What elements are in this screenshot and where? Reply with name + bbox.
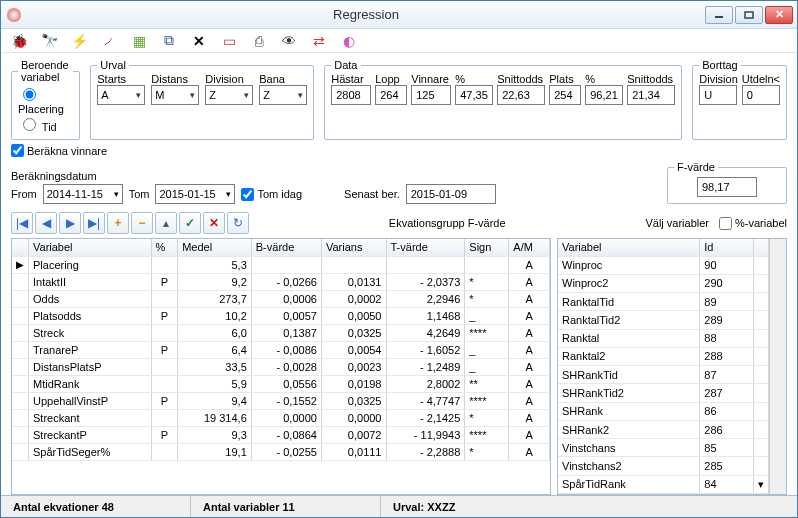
table-row[interactable]: ▶ Placering5,3 A xyxy=(12,256,550,273)
tom-idag-checkbox[interactable]: Tom idag xyxy=(241,188,302,201)
table-row[interactable]: Ranktal88 xyxy=(558,329,769,347)
borttag-division-input[interactable]: U xyxy=(699,85,737,105)
table-row[interactable]: UppehallVinstPP9,4 - 0,15520,0325- 4,774… xyxy=(12,392,550,409)
toolbar-binoculars-icon[interactable]: 🔭 xyxy=(41,33,57,49)
data-col-label: Snittodds xyxy=(627,73,675,85)
refresh-button[interactable]: ↻ xyxy=(227,212,249,234)
close-button[interactable]: ✕ xyxy=(765,6,793,24)
senast-label: Senast ber. xyxy=(344,188,400,200)
table-row[interactable]: Vinstchans2285 xyxy=(558,457,769,475)
toolbar-swap-icon[interactable]: ⇄ xyxy=(311,33,327,49)
data-col-value: 21,34 xyxy=(627,85,675,105)
remove-button[interactable]: − xyxy=(131,212,153,234)
table-row[interactable]: SHRankTid2287 xyxy=(558,384,769,402)
eq-group-label: Ekvationsgrupp F-värde xyxy=(259,217,635,229)
toolbar-form-icon[interactable]: ▭ xyxy=(221,33,237,49)
radio-placering[interactable]: Placering xyxy=(18,85,73,115)
table-row[interactable]: SHRank2286 xyxy=(558,420,769,438)
toolbar-wand-icon[interactable]: ⟋ xyxy=(101,33,117,49)
status-bar: Antal ekvationer 48 Antal variabler 11 U… xyxy=(1,495,797,517)
status-selection: Urval: XXZZ xyxy=(381,496,797,517)
toolbar-bolt-icon[interactable]: ⚡ xyxy=(71,33,87,49)
toolbar-copy-icon[interactable]: ⧉ xyxy=(161,33,177,49)
status-eq-count: Antal ekvationer 48 xyxy=(1,496,191,517)
right-grid[interactable]: VariabelId Winproc90Winproc2290RanktalTi… xyxy=(557,238,787,495)
table-row[interactable]: Streck6,0 0,13870,03254,2649 ****A xyxy=(12,324,550,341)
data-col-value: 47,35 xyxy=(455,85,493,105)
pct-variable-checkbox[interactable]: %-variabel xyxy=(719,217,787,230)
bana-label: Bana xyxy=(259,73,307,85)
scrollbar[interactable] xyxy=(769,239,786,494)
maximize-button[interactable] xyxy=(735,6,763,24)
selection-group: Urval Starts A▾ Distans M▾ Division Z▾ B… xyxy=(90,59,314,140)
column-header[interactable]: Sign xyxy=(465,239,509,256)
table-row[interactable]: Winproc2290 xyxy=(558,274,769,292)
table-row[interactable]: Ranktal2288 xyxy=(558,347,769,365)
table-row[interactable]: SHRankTid87 xyxy=(558,366,769,384)
edit-button[interactable]: ▴ xyxy=(155,212,177,234)
first-button[interactable]: |◀ xyxy=(11,212,33,234)
starts-combo[interactable]: A▾ xyxy=(97,85,145,105)
data-group: Data Hästar 2808Lopp 264Vinnare 125% 47,… xyxy=(324,59,682,140)
toolbar-print-icon[interactable]: ⎙ xyxy=(251,33,267,49)
column-header[interactable]: Variabel xyxy=(558,239,700,256)
bana-combo[interactable]: Z▾ xyxy=(259,85,307,105)
radio-tid[interactable]: Tid xyxy=(18,115,73,133)
nav-button-row: |◀ ◀ ▶ ▶| + − ▴ ✓ ✕ ↻ xyxy=(11,212,249,234)
tom-date-input[interactable]: 2015-01-15▾ xyxy=(155,184,235,204)
column-header[interactable]: B-värde xyxy=(251,239,321,256)
toolbar-delete-icon[interactable]: ✕ xyxy=(191,33,207,49)
data-col-value: 254 xyxy=(549,85,581,105)
column-header[interactable]: T-värde xyxy=(386,239,465,256)
toolbar-eye-icon[interactable]: 👁 xyxy=(281,33,297,49)
column-header[interactable]: % xyxy=(151,239,178,256)
table-row[interactable]: SHRank86 xyxy=(558,402,769,420)
toolbar-tables-icon[interactable]: ▦ xyxy=(131,33,147,49)
toolbar-erase-icon[interactable]: ◐ xyxy=(341,33,357,49)
column-header[interactable]: Id xyxy=(700,239,754,256)
chevron-down-icon: ▾ xyxy=(136,90,141,100)
calculate-winner-checkbox[interactable]: Beräkna vinnare xyxy=(11,144,787,157)
f-value-input[interactable]: 98,17 xyxy=(697,177,757,197)
division-combo[interactable]: Z▾ xyxy=(205,85,253,105)
table-row[interactable]: SpårTidRank84▾ xyxy=(558,475,769,493)
table-row[interactable]: Vinstchans85 xyxy=(558,439,769,457)
table-row[interactable]: StreckantPP9,3 - 0,08640,0072- 11,9943 *… xyxy=(12,426,550,443)
column-header[interactable]: A/M xyxy=(509,239,550,256)
column-header[interactable]: Medel xyxy=(178,239,252,256)
distans-combo[interactable]: M▾ xyxy=(151,85,199,105)
from-label: From xyxy=(11,188,37,200)
remove-legend: Borttag xyxy=(699,59,740,71)
table-row[interactable]: Odds273,7 0,00060,00022,2946 *A xyxy=(12,290,550,307)
prev-button[interactable]: ◀ xyxy=(35,212,57,234)
next-button[interactable]: ▶ xyxy=(59,212,81,234)
table-row[interactable]: TranarePP6,4 - 0,00860,0054- 1,6052 _A xyxy=(12,341,550,358)
minimize-button[interactable] xyxy=(705,6,733,24)
select-vars-label: Välj variabler xyxy=(645,217,709,229)
column-header[interactable]: Varians xyxy=(321,239,386,256)
table-row[interactable]: RanktalTid89 xyxy=(558,293,769,311)
senast-value: 2015-01-09 xyxy=(406,184,496,204)
table-row[interactable]: IntaktIIP9,2 - 0,02660,0131- 2,0373 *A xyxy=(12,273,550,290)
chevron-down-icon: ▾ xyxy=(298,90,303,100)
table-row[interactable]: PlatsoddsP10,2 0,00570,00501,1468 _A xyxy=(12,307,550,324)
table-row[interactable]: MtidRank5,9 0,05560,01982,8002 **A xyxy=(12,375,550,392)
toolbar-bug-icon[interactable]: 🐞 xyxy=(11,33,27,49)
data-legend: Data xyxy=(331,59,360,71)
table-row[interactable]: RanktalTid2289 xyxy=(558,311,769,329)
from-date-input[interactable]: 2014-11-15▾ xyxy=(43,184,123,204)
add-button[interactable]: + xyxy=(107,212,129,234)
commit-button[interactable]: ✓ xyxy=(179,212,201,234)
data-col-value: 125 xyxy=(411,85,451,105)
table-row[interactable]: Winproc90 xyxy=(558,256,769,274)
table-row[interactable]: SpårTidSeger%19,1 - 0,02550,0111- 2,2888… xyxy=(12,443,550,460)
table-row[interactable]: DistansPlatsP33,5 - 0,00280,0023- 1,2489… xyxy=(12,358,550,375)
column-header[interactable]: Variabel xyxy=(29,239,152,256)
app-window: Regression ✕ 🐞 🔭 ⚡ ⟋ ▦ ⧉ ✕ ▭ ⎙ 👁 ⇄ ◐ Ber… xyxy=(0,0,798,518)
left-grid[interactable]: Variabel%MedelB-värdeVariansT-värdeSignA… xyxy=(11,238,551,495)
selection-legend: Urval xyxy=(97,59,129,71)
borttag-utdeln-input[interactable]: 0 xyxy=(742,85,780,105)
cancel-button[interactable]: ✕ xyxy=(203,212,225,234)
table-row[interactable]: Streckant19 314,6 0,00000,0000- 2,1425 *… xyxy=(12,409,550,426)
last-button[interactable]: ▶| xyxy=(83,212,105,234)
